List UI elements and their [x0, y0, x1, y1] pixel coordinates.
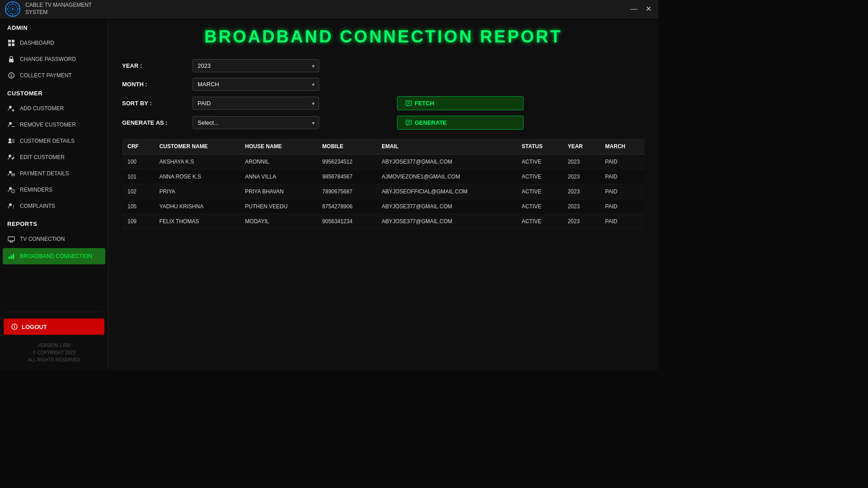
- table-row: 101 ANNA ROSE K.S ANNA VILLA 9856784567 …: [122, 169, 645, 184]
- lock-icon: [7, 55, 15, 63]
- sidebar-item-change-password[interactable]: CHANGE PASSWORD: [0, 51, 108, 67]
- svg-point-15: [9, 106, 12, 108]
- year-select[interactable]: 2021 2022 2023 2024: [193, 59, 319, 72]
- customer-details-label: CUSTOMER DETAILS: [20, 138, 75, 144]
- svg-point-31: [13, 192, 14, 192]
- person-remove-icon: [7, 121, 15, 129]
- cell-month: PAID: [600, 184, 645, 199]
- tv-icon: [7, 235, 15, 243]
- complaint-icon: !: [7, 202, 15, 210]
- svg-rect-40: [13, 254, 14, 259]
- month-select[interactable]: JANUARYFEBRUARYMARCH APRILMAYJUNE JULYAU…: [193, 78, 319, 91]
- cell-house-name: MODAYIL: [240, 214, 317, 229]
- svg-rect-43: [406, 101, 411, 105]
- cell-status: ACTIVE: [516, 169, 562, 184]
- svg-rect-11: [12, 43, 14, 46]
- close-button[interactable]: ✕: [643, 4, 654, 14]
- fetch-button[interactable]: FETCH: [397, 96, 524, 110]
- svg-point-3: [12, 8, 14, 10]
- table-row: 100 AKSHAYA K.S ARONNIL 9956234512 ABYJO…: [122, 155, 645, 169]
- cell-year: 2023: [562, 214, 600, 229]
- cell-crf: 105: [122, 199, 154, 214]
- main-content: BROADBAND CONNECTION REPORT YEAR : 2021 …: [108, 18, 658, 370]
- cell-email: ABYJOSE377@GMAIL.COM: [376, 199, 516, 214]
- sidebar-item-payment-details[interactable]: PAYMENT DETAILS: [0, 165, 108, 182]
- sidebar-item-add-customer[interactable]: ADD CUSTOMER: [0, 100, 108, 117]
- month-label: MONTH :: [122, 81, 185, 88]
- admin-section-label: ADMIN: [0, 18, 108, 35]
- sortby-select-wrapper: PAID UNPAID ALL: [193, 97, 319, 110]
- svg-point-18: [9, 122, 12, 125]
- cell-email: AJMOVIEZONE1@GMAIL.COM: [376, 169, 516, 184]
- sidebar-item-tv-connection[interactable]: TV CONNECTION: [0, 231, 108, 247]
- cell-customer-name: FELIX THOMAS: [154, 214, 240, 229]
- svg-point-24: [9, 155, 11, 157]
- data-table: CRF CUSTOMER NAME HOUSE NAME MOBILE EMAI…: [122, 139, 645, 229]
- svg-point-28: [9, 187, 12, 190]
- col-year: YEAR: [562, 139, 600, 155]
- svg-rect-34: [8, 237, 14, 241]
- reminder-icon: [7, 186, 15, 194]
- page-title: BROADBAND CONNECTION REPORT: [122, 27, 645, 47]
- cell-customer-name: AKSHAYA K.S: [154, 155, 240, 169]
- table-header-row: CRF CUSTOMER NAME HOUSE NAME MOBILE EMAI…: [122, 139, 645, 155]
- payment-icon: [7, 169, 15, 178]
- col-customer-name: CUSTOMER NAME: [154, 139, 240, 155]
- sortby-label: SORT BY :: [122, 100, 185, 107]
- cell-mobile: 8754278906: [317, 199, 376, 214]
- app-logo-icon: [5, 1, 21, 17]
- generate-icon: [406, 120, 412, 126]
- cell-month: PAID: [600, 214, 645, 229]
- cell-year: 2023: [562, 169, 600, 184]
- reports-section-label: REPORTS: [0, 214, 108, 231]
- cell-house-name: PUTHEN VEEDU: [240, 199, 317, 214]
- sidebar-item-customer-details[interactable]: CUSTOMER DETAILS: [0, 133, 108, 149]
- cell-mobile: 7890675687: [317, 184, 376, 199]
- svg-rect-47: [406, 120, 411, 125]
- sidebar-item-collect-payment[interactable]: $ COLLECT PAYMENT: [0, 67, 108, 84]
- cell-house-name: ARONNIL: [240, 155, 317, 169]
- col-email: EMAIL: [376, 139, 516, 155]
- payment-details-label: PAYMENT DETAILS: [20, 170, 69, 177]
- title-bar-left: CABLE TV MANAGEMENT SYSTEM: [5, 1, 92, 17]
- generate-as-label: GENERATE AS :: [122, 119, 185, 126]
- svg-rect-12: [9, 59, 14, 62]
- cell-email: ABYJOSE377@GMAIL.COM: [376, 155, 516, 169]
- cell-email: ABYJOSE377@GMAIL.COM: [376, 214, 516, 229]
- sidebar: ADMIN DASHBOARD CHANGE PASSWORD $ COLLEC…: [0, 18, 108, 370]
- title-bar-controls: — ✕: [628, 4, 654, 14]
- col-month: MARCH: [600, 139, 645, 155]
- year-label: YEAR :: [122, 62, 185, 69]
- change-password-label: CHANGE PASSWORD: [20, 56, 76, 62]
- cell-month: PAID: [600, 155, 645, 169]
- svg-rect-39: [11, 255, 12, 259]
- cell-crf: 100: [122, 155, 154, 169]
- svg-rect-8: [8, 40, 11, 42]
- sortby-select[interactable]: PAID UNPAID ALL: [193, 97, 319, 110]
- month-select-wrapper: JANUARYFEBRUARYMARCH APRILMAYJUNE JULYAU…: [193, 78, 319, 91]
- cell-status: ACTIVE: [516, 199, 562, 214]
- cell-status: ACTIVE: [516, 155, 562, 169]
- sidebar-item-dashboard[interactable]: DASHBOARD: [0, 35, 108, 51]
- grid-icon: [7, 39, 15, 47]
- minimize-button[interactable]: —: [628, 4, 639, 14]
- sidebar-item-reminders[interactable]: REMINDERS: [0, 182, 108, 198]
- edit-customer-label: EDIT CUSTOMER: [20, 154, 65, 160]
- sidebar-item-broadband-connection[interactable]: BROADBAND CONNECTION: [3, 248, 105, 264]
- table-row: 102 PRIYA PRIYA BHAVAN 7890675687 ABYJOS…: [122, 184, 645, 199]
- sidebar-item-remove-customer[interactable]: REMOVE CUSTOMER: [0, 117, 108, 133]
- svg-point-25: [9, 171, 12, 174]
- sidebar-item-complaints[interactable]: ! COMPLAINTS: [0, 198, 108, 214]
- cell-mobile: 9856784567: [317, 169, 376, 184]
- broadband-connection-label: BROADBAND CONNECTION: [20, 253, 92, 259]
- col-mobile: MOBILE: [317, 139, 376, 155]
- table-row: 105 YADHU KRISHNA PUTHEN VEEDU 875427890…: [122, 199, 645, 214]
- customer-section-label: CUSTOMER: [0, 84, 108, 100]
- generate-button[interactable]: GENERATE: [397, 116, 524, 130]
- person-add-icon: [7, 104, 15, 113]
- col-house-name: HOUSE NAME: [240, 139, 317, 155]
- sidebar-item-edit-customer[interactable]: EDIT CUSTOMER: [0, 149, 108, 165]
- cell-crf: 102: [122, 184, 154, 199]
- generate-select[interactable]: Select... PDF EXCEL CSV: [193, 116, 319, 129]
- logout-button[interactable]: LOGOUT: [4, 319, 104, 335]
